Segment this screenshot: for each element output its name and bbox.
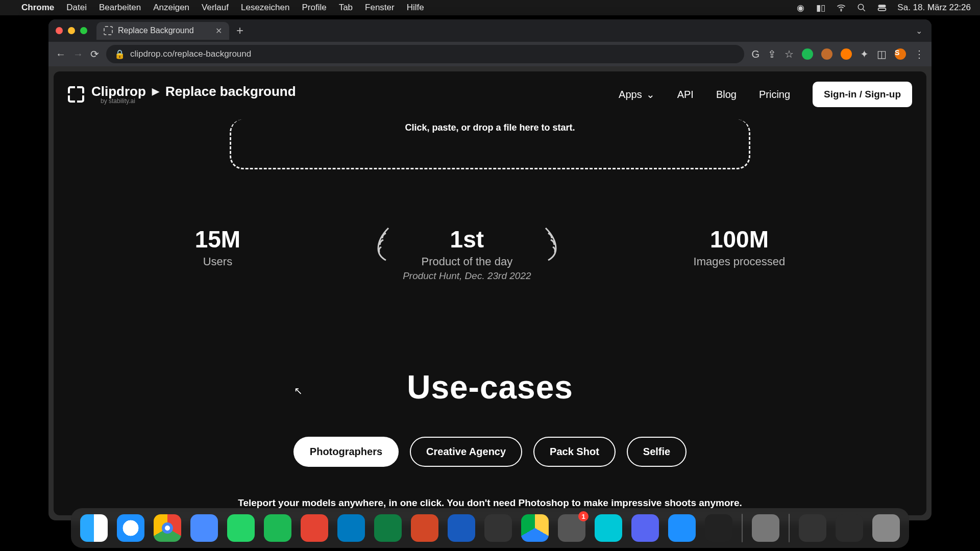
page-content: Clipdrop ▶ Replace background by stabili…: [54, 71, 926, 515]
window-close-button[interactable]: [56, 27, 63, 34]
menubar-item[interactable]: Hilfe: [407, 3, 424, 13]
menubar-item[interactable]: Anzeigen: [153, 3, 189, 13]
tabs-overflow-icon[interactable]: ⌄: [916, 26, 922, 36]
extension-icon[interactable]: [821, 48, 832, 60]
usecase-tab-creative-agency[interactable]: Creative Agency: [410, 437, 522, 467]
sidepanel-icon[interactable]: ◫: [877, 48, 887, 60]
address-bar[interactable]: 🔒 clipdrop.co/replace-background: [106, 45, 744, 63]
dock-powerpoint-icon[interactable]: [411, 514, 438, 542]
menubar-item[interactable]: Bearbeiten: [99, 3, 141, 13]
back-button[interactable]: ←: [56, 48, 66, 60]
dock-gdrive-icon[interactable]: [521, 514, 549, 542]
usecases-tabs: Photographers Creative Agency Pack Shot …: [54, 437, 926, 467]
stat-sublabel: Product Hunt, Dec. 23rd 2022: [403, 270, 531, 282]
toolbar-right: G ⇪ ☆ ✦ ◫ S ⋮: [751, 48, 924, 60]
dock-zoom-icon[interactable]: [190, 514, 218, 542]
breadcrumb[interactable]: Replace background: [165, 85, 296, 98]
usecase-tab-pack-shot[interactable]: Pack Shot: [533, 437, 616, 467]
reload-button[interactable]: ⟳: [90, 48, 99, 60]
breadcrumb-arrow-icon: ▶: [152, 87, 159, 96]
window-minimize-button[interactable]: [68, 27, 75, 34]
dock-app-icon[interactable]: [752, 514, 779, 542]
usecase-tab-selfie[interactable]: Selfie: [627, 437, 687, 467]
dock-trello-icon[interactable]: [337, 514, 365, 542]
nav-pricing[interactable]: Pricing: [759, 89, 790, 101]
chrome-window: Replace Background ✕ + ⌄ ← → ⟳ 🔒 clipdro…: [48, 19, 932, 520]
extension-icon[interactable]: [841, 48, 852, 60]
dock-excel-icon[interactable]: [374, 514, 402, 542]
share-icon[interactable]: ⇪: [768, 48, 776, 60]
tab-favicon-icon: [104, 26, 113, 35]
google-lens-icon[interactable]: G: [751, 48, 760, 60]
dock-discord-icon[interactable]: [631, 514, 659, 542]
nav-apps-label: Apps: [619, 89, 642, 101]
control-center-icon[interactable]: [877, 3, 887, 13]
dock-spotify-icon[interactable]: [264, 514, 291, 542]
lock-icon: 🔒: [114, 49, 125, 60]
usecases-title: Use-cases: [54, 368, 926, 406]
nav-apps[interactable]: Apps ⌄: [619, 88, 655, 101]
browser-tab[interactable]: Replace Background ✕: [96, 22, 229, 40]
profile-avatar[interactable]: S: [895, 48, 906, 60]
menubar-item[interactable]: Lesezeichen: [241, 3, 289, 13]
tab-close-icon[interactable]: ✕: [215, 26, 222, 36]
dock-settings-icon[interactable]: 1: [558, 514, 585, 542]
menubar-item[interactable]: Tab: [339, 3, 353, 13]
dock-whatsapp-icon[interactable]: [227, 514, 255, 542]
dock-folder-icon[interactable]: [836, 514, 863, 542]
menubar-item[interactable]: Datei: [66, 3, 87, 13]
dock-safari-icon[interactable]: [117, 514, 144, 542]
extensions-icon[interactable]: ✦: [860, 48, 869, 60]
menubar-left: Chrome Datei Bearbeiten Anzeigen Verlauf…: [9, 3, 424, 13]
new-tab-button[interactable]: +: [236, 23, 243, 38]
dock-finder-icon[interactable]: [80, 514, 108, 542]
battery-icon[interactable]: ▮▯: [816, 3, 826, 13]
file-dropzone[interactable]: Click, paste, or drop a file here to sta…: [230, 119, 750, 169]
dock-word-icon[interactable]: [448, 514, 475, 542]
chrome-menu-icon[interactable]: ⋮: [914, 48, 924, 60]
bookmark-icon[interactable]: ☆: [785, 48, 794, 60]
svg-rect-3: [878, 8, 886, 11]
chevron-down-icon: ⌄: [646, 88, 655, 101]
dock-separator: [742, 514, 743, 542]
brand-name[interactable]: Clipdrop: [91, 85, 146, 98]
stat-users: 15M Users: [195, 226, 240, 268]
signin-button[interactable]: Sign-in / Sign-up: [813, 82, 912, 107]
menubar-clock[interactable]: Sa. 18. März 22:26: [897, 3, 971, 13]
usecases-section: Use-cases Photographers Creative Agency …: [54, 368, 926, 509]
stat-images: 100M Images processed: [694, 226, 786, 268]
nav-blog[interactable]: Blog: [716, 89, 737, 101]
usecase-tab-photographers[interactable]: Photographers: [293, 437, 399, 467]
menubar-item[interactable]: Fenster: [365, 3, 395, 13]
forward-button[interactable]: →: [73, 48, 83, 60]
stat-value: 100M: [694, 226, 786, 253]
nav-api[interactable]: API: [677, 89, 694, 101]
dock-voicememos-icon[interactable]: [705, 514, 732, 542]
extension-icon[interactable]: [802, 48, 813, 60]
dock-folder-icon[interactable]: [799, 514, 826, 542]
dock-app-icon[interactable]: [595, 514, 622, 542]
dock-todoist-icon[interactable]: [301, 514, 328, 542]
svg-point-1: [859, 4, 864, 10]
dock-separator: [789, 514, 790, 542]
dock-chrome-icon[interactable]: [154, 514, 181, 542]
tab-title: Replace Background: [118, 26, 194, 35]
clipdrop-logo-icon[interactable]: [68, 86, 84, 103]
svg-point-0: [841, 10, 842, 11]
record-icon[interactable]: ◉: [795, 3, 805, 13]
window-traffic-lights: [56, 27, 87, 34]
dock-quicktime-icon[interactable]: [668, 514, 696, 542]
dock-trash-icon[interactable]: [872, 514, 900, 542]
menubar-item[interactable]: Verlauf: [202, 3, 229, 13]
macos-dock: 1: [71, 508, 909, 548]
stat-value: 15M: [195, 226, 240, 253]
dock-imovie-icon[interactable]: [484, 514, 512, 542]
menubar-item[interactable]: Profile: [302, 3, 326, 13]
wifi-icon[interactable]: [836, 3, 846, 13]
stats-row: 15M Users 1st Product of the day Product…: [54, 226, 926, 282]
stat-label: Images processed: [694, 255, 786, 268]
window-maximize-button[interactable]: [80, 27, 87, 34]
dropzone-label: Click, paste, or drop a file here to sta…: [405, 122, 575, 133]
search-icon[interactable]: [856, 3, 867, 13]
menubar-app-name[interactable]: Chrome: [21, 3, 54, 13]
